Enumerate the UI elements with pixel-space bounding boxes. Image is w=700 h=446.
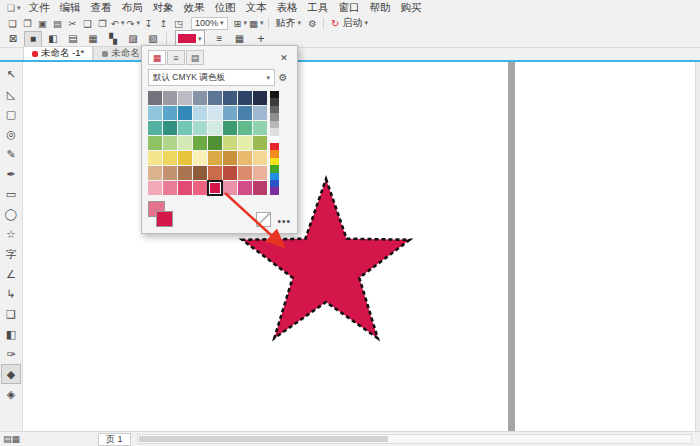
palette-swatch[interactable]	[253, 136, 267, 150]
app-icon[interactable]: ❏ ▾	[4, 3, 24, 13]
menu-item[interactable]: 帮助	[365, 1, 396, 13]
drawing-surface[interactable]	[23, 62, 700, 432]
pick-tool[interactable]: ↖	[1, 64, 21, 84]
spectrum-swatch[interactable]	[270, 106, 279, 113]
ellipse-tool[interactable]: ◯	[1, 204, 21, 224]
shadow-tool[interactable]: ❑	[1, 304, 21, 324]
transparency-tool[interactable]: ◧	[1, 324, 21, 344]
mixers-tab-icon[interactable]: ≡	[167, 50, 185, 65]
palette-swatch[interactable]	[163, 151, 177, 165]
palette-swatch[interactable]	[148, 151, 162, 165]
more-options-button[interactable]: •••	[277, 216, 291, 227]
connector-tool[interactable]: ↳	[1, 284, 21, 304]
palette-swatch[interactable]	[178, 106, 192, 120]
palettes-tab-icon[interactable]: ▤	[186, 50, 204, 65]
interactive-fill-tool[interactable]: ◆	[1, 364, 21, 384]
print-button[interactable]: ▤	[51, 17, 64, 30]
palette-swatch[interactable]	[238, 166, 252, 180]
new-document-button[interactable]: ❏	[6, 17, 19, 30]
window-splitter[interactable]	[508, 62, 515, 432]
palette-swatch[interactable]	[208, 106, 222, 120]
spectrum-swatch[interactable]	[270, 173, 279, 180]
palette-swatch[interactable]	[223, 121, 237, 135]
copy-button[interactable]: ❑	[81, 17, 94, 30]
export-button[interactable]: ↥	[157, 17, 170, 30]
menu-item[interactable]: 布局	[117, 1, 148, 13]
menu-item[interactable]: 查看	[86, 1, 117, 13]
palette-swatch[interactable]	[178, 181, 192, 195]
artistic-media-tool[interactable]: ✒	[1, 164, 21, 184]
palette-swatch[interactable]	[238, 151, 252, 165]
palette-swatch[interactable]	[238, 181, 252, 195]
texture-fill-button[interactable]: ▨	[124, 31, 142, 47]
two-color-pattern-fill-button[interactable]: ▚	[104, 31, 122, 47]
options-button[interactable]: ⚙	[306, 17, 319, 30]
uniform-fill-button[interactable]: ■	[24, 31, 42, 47]
palette-swatch[interactable]	[148, 181, 162, 195]
palette-swatch[interactable]	[163, 121, 177, 135]
scrollbar-thumb[interactable]	[139, 436, 388, 442]
palette-swatch[interactable]	[148, 121, 162, 135]
document-tab[interactable]: 未命名 -1*	[23, 46, 93, 60]
palette-swatch[interactable]	[163, 181, 177, 195]
palette-swatch[interactable]	[208, 166, 222, 180]
rectangle-tool[interactable]: ▭	[1, 184, 21, 204]
palette-swatch[interactable]	[163, 136, 177, 150]
save-button[interactable]: ▣	[36, 17, 49, 30]
palette-swatch[interactable]	[193, 91, 207, 105]
bitmap-pattern-fill-button[interactable]: ▦	[84, 31, 102, 47]
palette-swatch[interactable]	[238, 136, 252, 150]
palette-toggle-icon[interactable]: ▤	[3, 434, 12, 444]
palette-swatch[interactable]	[223, 136, 237, 150]
palette-swatch[interactable]	[178, 121, 192, 135]
zoom-level-select[interactable]: 100% ▾	[191, 17, 228, 30]
menu-item[interactable]: 对象	[148, 1, 179, 13]
palette-swatch[interactable]	[208, 181, 222, 195]
text-tool[interactable]: 字	[1, 244, 21, 264]
crop-tool[interactable]: ▢	[1, 104, 21, 124]
current-color-swatch[interactable]	[156, 211, 173, 227]
spectrum-swatch[interactable]	[270, 187, 279, 194]
palette-swatch[interactable]	[238, 121, 252, 135]
palette-swatch[interactable]	[208, 136, 222, 150]
palette-select[interactable]: 默认 CMYK 调色板 ▾	[148, 69, 275, 86]
palette-swatch[interactable]	[253, 151, 267, 165]
menu-item[interactable]: 窗口	[334, 1, 365, 13]
spectrum-swatch[interactable]	[270, 150, 279, 157]
fullscreen-preview-button[interactable]: ⊞▾	[234, 17, 247, 30]
palette-swatch[interactable]	[163, 166, 177, 180]
page-tab[interactable]: 页 1	[98, 433, 131, 446]
cut-button[interactable]: ✂	[66, 17, 79, 30]
menu-item[interactable]: 效果	[179, 1, 210, 13]
palette-swatch[interactable]	[223, 106, 237, 120]
horizontal-scrollbar[interactable]	[137, 434, 692, 444]
palette-swatch[interactable]	[193, 166, 207, 180]
menu-item[interactable]: 文件	[24, 1, 55, 13]
palette-options-button[interactable]: ⚙	[275, 72, 291, 83]
shape-tool[interactable]: ◺	[1, 84, 21, 104]
menu-item[interactable]: 文本	[241, 1, 272, 13]
palette-swatch[interactable]	[193, 121, 207, 135]
palette-swatch[interactable]	[223, 91, 237, 105]
open-button[interactable]: ❐	[21, 17, 34, 30]
palette-swatch[interactable]	[163, 91, 177, 105]
view-mode-button[interactable]: ▦▾	[249, 17, 264, 30]
spectrum-swatch[interactable]	[270, 165, 279, 172]
close-icon[interactable]: ✕	[277, 53, 291, 63]
palette-swatch[interactable]	[193, 106, 207, 120]
palette-swatch[interactable]	[178, 151, 192, 165]
palette-swatch[interactable]	[208, 151, 222, 165]
palette-swatch[interactable]	[178, 166, 192, 180]
publish-pdf-button[interactable]: ◳	[172, 17, 185, 30]
palette-swatch[interactable]	[148, 91, 162, 105]
palette-swatch[interactable]	[193, 151, 207, 165]
add-fill-step-button[interactable]: +	[258, 32, 265, 46]
palette-swatch[interactable]	[148, 106, 162, 120]
palette-swatch[interactable]	[238, 91, 252, 105]
menu-item[interactable]: 编辑	[55, 1, 86, 13]
import-button[interactable]: ↧	[142, 17, 155, 30]
palette-swatch[interactable]	[253, 166, 267, 180]
palette-swatch[interactable]	[253, 181, 267, 195]
spectrum-swatch[interactable]	[270, 121, 279, 128]
palette-tab-icon[interactable]: ▦	[148, 50, 166, 65]
